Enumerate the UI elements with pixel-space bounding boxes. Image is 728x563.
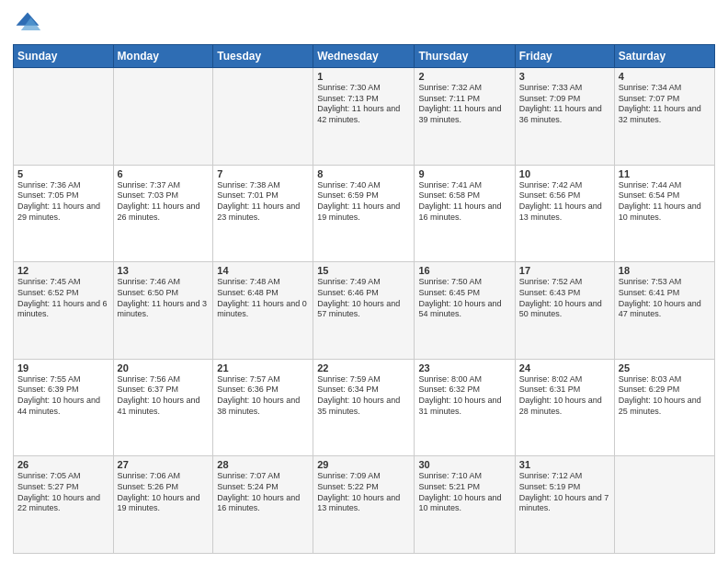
calendar-cell: 3Sunrise: 7:33 AMSunset: 7:09 PMDaylight… <box>515 68 614 166</box>
day-number: 30 <box>418 459 510 470</box>
day-number: 1 <box>317 71 410 82</box>
calendar-cell <box>614 456 714 554</box>
day-number: 17 <box>519 265 610 276</box>
calendar-cell: 4Sunrise: 7:34 AMSunset: 7:07 PMDaylight… <box>614 68 714 166</box>
day-info: Sunrise: 8:00 AMSunset: 6:32 PMDaylight:… <box>418 374 510 418</box>
calendar-cell: 13Sunrise: 7:46 AMSunset: 6:50 PMDayligh… <box>113 262 213 360</box>
calendar-cell: 22Sunrise: 7:59 AMSunset: 6:34 PMDayligh… <box>313 359 415 456</box>
calendar-week-2: 5Sunrise: 7:36 AMSunset: 7:05 PMDaylight… <box>14 165 715 262</box>
day-number: 11 <box>619 168 711 179</box>
day-info: Sunrise: 7:30 AMSunset: 7:13 PMDaylight:… <box>317 83 410 126</box>
day-info: Sunrise: 7:32 AMSunset: 7:11 PMDaylight:… <box>418 83 510 126</box>
day-number: 16 <box>418 265 510 276</box>
weekday-header-friday: Friday <box>515 45 614 68</box>
day-info: Sunrise: 7:48 AMSunset: 6:48 PMDaylight:… <box>217 277 309 320</box>
day-info: Sunrise: 7:38 AMSunset: 7:01 PMDaylight:… <box>217 180 309 224</box>
calendar-cell: 2Sunrise: 7:32 AMSunset: 7:11 PMDaylight… <box>415 68 515 166</box>
calendar-cell: 28Sunrise: 7:07 AMSunset: 5:24 PMDayligh… <box>213 456 313 554</box>
calendar-cell: 1Sunrise: 7:30 AMSunset: 7:13 PMDaylight… <box>313 68 415 166</box>
day-info: Sunrise: 7:07 AMSunset: 5:24 PMDaylight:… <box>217 471 309 514</box>
day-number: 23 <box>418 362 510 373</box>
day-info: Sunrise: 7:59 AMSunset: 6:34 PMDaylight:… <box>317 374 410 418</box>
day-info: Sunrise: 7:52 AMSunset: 6:43 PMDaylight:… <box>519 277 610 320</box>
day-number: 15 <box>317 265 410 276</box>
day-number: 12 <box>17 265 109 276</box>
calendar-cell: 11Sunrise: 7:44 AMSunset: 6:54 PMDayligh… <box>614 165 714 262</box>
page: SundayMondayTuesdayWednesdayThursdayFrid… <box>0 0 728 563</box>
day-number: 2 <box>418 71 510 82</box>
calendar-cell: 6Sunrise: 7:37 AMSunset: 7:03 PMDaylight… <box>113 165 213 262</box>
day-number: 21 <box>217 362 309 373</box>
calendar-cell: 19Sunrise: 7:55 AMSunset: 6:39 PMDayligh… <box>14 359 114 456</box>
calendar-cell: 12Sunrise: 7:45 AMSunset: 6:52 PMDayligh… <box>14 262 114 360</box>
day-info: Sunrise: 7:57 AMSunset: 6:36 PMDaylight:… <box>217 374 309 418</box>
day-number: 6 <box>118 168 210 179</box>
calendar-cell: 14Sunrise: 7:48 AMSunset: 6:48 PMDayligh… <box>213 262 313 360</box>
calendar-cell <box>14 68 114 166</box>
calendar-week-5: 26Sunrise: 7:05 AMSunset: 5:27 PMDayligh… <box>14 456 715 554</box>
day-info: Sunrise: 7:10 AMSunset: 5:21 PMDaylight:… <box>418 471 510 514</box>
day-info: Sunrise: 8:03 AMSunset: 6:29 PMDaylight:… <box>619 374 711 418</box>
day-number: 25 <box>619 362 711 373</box>
day-number: 14 <box>217 265 309 276</box>
day-info: Sunrise: 7:55 AMSunset: 6:39 PMDaylight:… <box>17 374 109 418</box>
day-number: 31 <box>519 459 610 470</box>
day-info: Sunrise: 7:42 AMSunset: 6:56 PMDaylight:… <box>519 180 610 224</box>
calendar-cell: 31Sunrise: 7:12 AMSunset: 5:19 PMDayligh… <box>515 456 614 554</box>
calendar-week-4: 19Sunrise: 7:55 AMSunset: 6:39 PMDayligh… <box>14 359 715 456</box>
calendar-week-3: 12Sunrise: 7:45 AMSunset: 6:52 PMDayligh… <box>14 262 715 360</box>
day-info: Sunrise: 7:34 AMSunset: 7:07 PMDaylight:… <box>619 83 711 126</box>
day-number: 13 <box>118 265 210 276</box>
day-info: Sunrise: 7:06 AMSunset: 5:26 PMDaylight:… <box>118 471 210 514</box>
weekday-header-sunday: Sunday <box>14 45 114 68</box>
day-info: Sunrise: 7:44 AMSunset: 6:54 PMDaylight:… <box>619 180 711 224</box>
day-number: 24 <box>519 362 610 373</box>
calendar-cell: 30Sunrise: 7:10 AMSunset: 5:21 PMDayligh… <box>415 456 515 554</box>
day-number: 7 <box>217 168 309 179</box>
day-number: 3 <box>519 71 610 82</box>
weekday-header-thursday: Thursday <box>415 45 515 68</box>
day-info: Sunrise: 7:09 AMSunset: 5:22 PMDaylight:… <box>317 471 410 514</box>
day-info: Sunrise: 7:12 AMSunset: 5:19 PMDaylight:… <box>519 471 610 514</box>
day-number: 4 <box>619 71 711 82</box>
day-info: Sunrise: 7:41 AMSunset: 6:58 PMDaylight:… <box>418 180 510 224</box>
weekday-header-wednesday: Wednesday <box>313 45 415 68</box>
calendar-week-1: 1Sunrise: 7:30 AMSunset: 7:13 PMDaylight… <box>14 68 715 166</box>
day-info: Sunrise: 7:46 AMSunset: 6:50 PMDaylight:… <box>118 277 210 320</box>
day-number: 10 <box>519 168 610 179</box>
calendar-cell: 24Sunrise: 8:02 AMSunset: 6:31 PMDayligh… <box>515 359 614 456</box>
calendar-cell: 15Sunrise: 7:49 AMSunset: 6:46 PMDayligh… <box>313 262 415 360</box>
day-number: 19 <box>17 362 109 373</box>
calendar-table: SundayMondayTuesdayWednesdayThursdayFrid… <box>13 44 715 554</box>
day-number: 28 <box>217 459 309 470</box>
calendar-cell: 17Sunrise: 7:52 AMSunset: 6:43 PMDayligh… <box>515 262 614 360</box>
day-info: Sunrise: 7:37 AMSunset: 7:03 PMDaylight:… <box>118 180 210 224</box>
logo-icon <box>13 9 42 39</box>
calendar-cell <box>113 68 213 166</box>
calendar-cell: 5Sunrise: 7:36 AMSunset: 7:05 PMDaylight… <box>14 165 114 262</box>
weekday-header-saturday: Saturday <box>614 45 714 68</box>
calendar-cell: 20Sunrise: 7:56 AMSunset: 6:37 PMDayligh… <box>113 359 213 456</box>
day-number: 18 <box>619 265 711 276</box>
logo <box>13 9 46 39</box>
day-number: 26 <box>17 459 109 470</box>
calendar-cell: 23Sunrise: 8:00 AMSunset: 6:32 PMDayligh… <box>415 359 515 456</box>
day-info: Sunrise: 7:50 AMSunset: 6:45 PMDaylight:… <box>418 277 510 320</box>
calendar-cell: 25Sunrise: 8:03 AMSunset: 6:29 PMDayligh… <box>614 359 714 456</box>
day-info: Sunrise: 8:02 AMSunset: 6:31 PMDaylight:… <box>519 374 610 418</box>
day-info: Sunrise: 7:40 AMSunset: 6:59 PMDaylight:… <box>317 180 410 224</box>
calendar-cell <box>213 68 313 166</box>
calendar-cell: 10Sunrise: 7:42 AMSunset: 6:56 PMDayligh… <box>515 165 614 262</box>
calendar-cell: 7Sunrise: 7:38 AMSunset: 7:01 PMDaylight… <box>213 165 313 262</box>
day-info: Sunrise: 7:56 AMSunset: 6:37 PMDaylight:… <box>118 374 210 418</box>
header <box>13 9 715 39</box>
calendar-cell: 26Sunrise: 7:05 AMSunset: 5:27 PMDayligh… <box>14 456 114 554</box>
calendar-cell: 8Sunrise: 7:40 AMSunset: 6:59 PMDaylight… <box>313 165 415 262</box>
calendar-cell: 18Sunrise: 7:53 AMSunset: 6:41 PMDayligh… <box>614 262 714 360</box>
calendar-cell: 16Sunrise: 7:50 AMSunset: 6:45 PMDayligh… <box>415 262 515 360</box>
weekday-header-monday: Monday <box>113 45 213 68</box>
weekday-header-row: SundayMondayTuesdayWednesdayThursdayFrid… <box>14 45 715 68</box>
calendar-cell: 27Sunrise: 7:06 AMSunset: 5:26 PMDayligh… <box>113 456 213 554</box>
calendar-cell: 9Sunrise: 7:41 AMSunset: 6:58 PMDaylight… <box>415 165 515 262</box>
day-number: 22 <box>317 362 410 373</box>
